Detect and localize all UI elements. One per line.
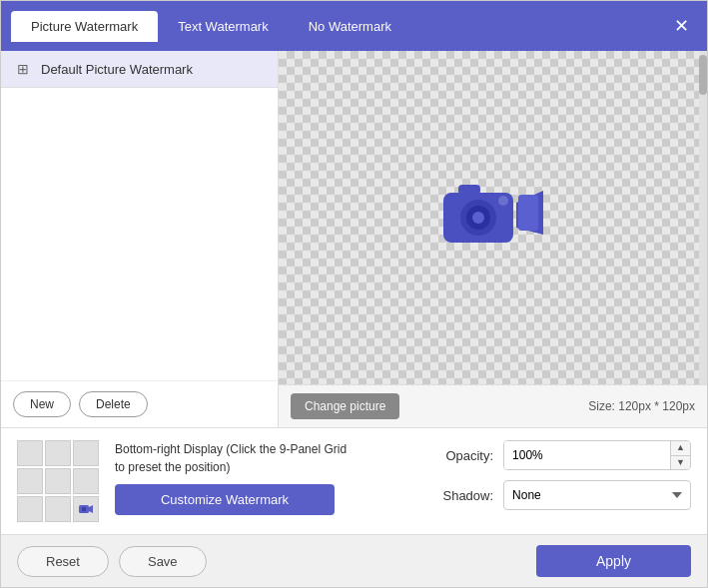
svg-point-5 <box>498 196 508 206</box>
right-panel: Change picture Size: 120px * 120px <box>279 51 707 427</box>
opacity-row: Opacity: ▲ ▼ <box>433 440 691 470</box>
svg-marker-10 <box>89 505 93 513</box>
bottom-right: Opacity: ▲ ▼ Shadow: None Light Medium H… <box>433 440 691 510</box>
opacity-spinner-buttons: ▲ ▼ <box>670 441 690 469</box>
scrollbar-thumb[interactable] <box>699 55 707 95</box>
nine-panel-grid <box>17 440 99 522</box>
picture-icon: ⊞ <box>13 59 33 79</box>
tab-text-watermark[interactable]: Text Watermark <box>158 11 289 42</box>
bottom-middle: Bottom-right Display (Click the 9-Panel … <box>115 440 417 515</box>
close-button[interactable]: ✕ <box>669 14 693 38</box>
preview-watermark-icon <box>433 158 553 278</box>
left-panel-buttons: New Delete <box>1 380 278 427</box>
grid-cell-top-center[interactable] <box>45 440 71 466</box>
position-text: Bottom-right Display (Click the 9-Panel … <box>115 440 417 476</box>
customize-watermark-button[interactable]: Customize Watermark <box>115 484 335 515</box>
save-button[interactable]: Save <box>119 546 207 577</box>
opacity-label: Opacity: <box>433 448 493 463</box>
left-panel: ⊞ Default Picture Watermark New Delete <box>1 51 279 427</box>
opacity-increment-button[interactable]: ▲ <box>671 441 690 456</box>
watermark-item-label: Default Picture Watermark <box>41 62 193 77</box>
shadow-select[interactable]: None Light Medium Heavy <box>503 480 691 510</box>
new-button[interactable]: New <box>13 391 71 417</box>
opacity-input[interactable] <box>504 441 670 469</box>
tab-picture-watermark[interactable]: Picture Watermark <box>11 11 158 42</box>
grid-cell-mid-left[interactable] <box>17 468 43 494</box>
grid-cell-mid-center[interactable] <box>45 468 71 494</box>
grid-cell-bot-right[interactable] <box>73 496 99 522</box>
svg-point-9 <box>82 507 86 511</box>
shadow-row: Shadow: None Light Medium Heavy <box>433 480 691 510</box>
main-window: Picture Watermark Text Watermark No Wate… <box>0 0 708 588</box>
tab-no-watermark[interactable]: No Watermark <box>289 11 411 42</box>
tab-bar: Picture Watermark Text Watermark No Wate… <box>1 1 707 51</box>
grid-cell-bot-left[interactable] <box>17 496 43 522</box>
footer: Reset Save Apply <box>1 534 707 587</box>
svg-point-3 <box>472 212 484 224</box>
grid-cell-top-left[interactable] <box>17 440 43 466</box>
reset-button[interactable]: Reset <box>17 546 109 577</box>
size-label: Size: 120px * 120px <box>588 399 695 413</box>
preview-bottom-bar: Change picture Size: 120px * 120px <box>279 384 707 427</box>
shadow-label: Shadow: <box>433 488 493 503</box>
bottom-panel: Bottom-right Display (Click the 9-Panel … <box>1 427 707 534</box>
change-picture-button[interactable]: Change picture <box>291 393 399 419</box>
svg-rect-7 <box>518 195 538 231</box>
scrollbar-track[interactable] <box>699 51 707 384</box>
watermark-list: ⊞ Default Picture Watermark <box>1 51 278 380</box>
opacity-decrement-button[interactable]: ▼ <box>671 456 690 470</box>
list-item[interactable]: ⊞ Default Picture Watermark <box>1 51 278 88</box>
preview-area <box>279 51 707 384</box>
content-area: ⊞ Default Picture Watermark New Delete <box>1 51 707 427</box>
delete-button[interactable]: Delete <box>79 391 148 417</box>
grid-cell-bot-center[interactable] <box>45 496 71 522</box>
grid-cell-mid-right[interactable] <box>73 468 99 494</box>
opacity-spinner: ▲ ▼ <box>503 440 691 470</box>
apply-button[interactable]: Apply <box>536 545 691 577</box>
grid-cell-top-right[interactable] <box>73 440 99 466</box>
footer-left-buttons: Reset Save <box>17 546 207 577</box>
svg-rect-4 <box>458 185 480 195</box>
